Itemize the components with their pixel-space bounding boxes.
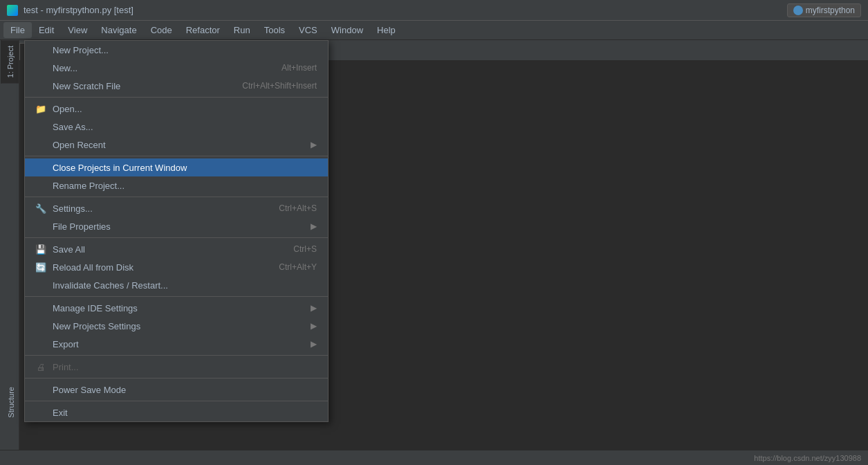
menu-run[interactable]: Run bbox=[227, 22, 257, 38]
menu-item-save-as-label: Save As... bbox=[53, 122, 93, 132]
divider-5 bbox=[25, 296, 328, 297]
menu-item-rename-project[interactable]: Rename Project... bbox=[25, 176, 328, 194]
manage-ide-arrow: ▶ bbox=[311, 303, 317, 313]
pycharm-icon bbox=[7, 5, 18, 16]
python-badge-text: myfirstpython bbox=[806, 6, 855, 15]
menu-item-new-shortcut: Alt+Insert bbox=[281, 63, 317, 73]
menu-bar: File Edit View Navigate Code Refactor Ru… bbox=[0, 21, 868, 40]
file-properties-arrow: ▶ bbox=[311, 221, 317, 231]
menu-item-new-label: New... bbox=[53, 63, 77, 73]
new-projects-settings-arrow: ▶ bbox=[311, 321, 317, 331]
menu-navigate[interactable]: Navigate bbox=[94, 22, 143, 38]
divider-6 bbox=[25, 355, 328, 356]
menu-item-invalidate-caches[interactable]: Invalidate Caches / Restart... bbox=[25, 276, 328, 294]
menu-item-new-project-label: New Project... bbox=[53, 45, 109, 55]
open-recent-arrow: ▶ bbox=[311, 140, 317, 149]
menu-code[interactable]: Code bbox=[144, 22, 179, 38]
sidebar-structure-tab[interactable]: Structure bbox=[0, 381, 19, 423]
divider-4 bbox=[25, 237, 328, 238]
menu-item-settings-label: Settings... bbox=[53, 203, 93, 214]
menu-refactor[interactable]: Refactor bbox=[179, 22, 227, 38]
menu-item-settings[interactable]: 🔧 Settings... Ctrl+Alt+S bbox=[25, 199, 328, 217]
menu-item-new-scratch[interactable]: New Scratch File Ctrl+Alt+Shift+Insert bbox=[25, 77, 328, 95]
title-bar-right: myfirstpython bbox=[787, 3, 861, 17]
python-badge: myfirstpython bbox=[787, 3, 861, 17]
print-icon: 🖨 bbox=[35, 362, 47, 372]
menu-item-new-scratch-shortcut: Ctrl+Alt+Shift+Insert bbox=[242, 81, 317, 91]
menu-item-open-recent[interactable]: Open Recent ▶ bbox=[25, 136, 328, 154]
menu-tools[interactable]: Tools bbox=[257, 22, 292, 38]
menu-item-save-as[interactable]: Save As... bbox=[25, 118, 328, 136]
title-bar-text: test - myfirstpython.py [test] bbox=[24, 5, 133, 15]
divider-2 bbox=[25, 156, 328, 156]
menu-item-exit[interactable]: Exit bbox=[25, 403, 328, 421]
menu-item-rename-project-label: Rename Project... bbox=[53, 181, 124, 191]
menu-item-power-save[interactable]: Power Save Mode bbox=[25, 381, 328, 399]
menu-file[interactable]: File bbox=[3, 22, 32, 38]
divider-8 bbox=[25, 401, 328, 401]
divider-3 bbox=[25, 197, 328, 197]
menu-item-close-projects[interactable]: Close Projects in Current Window bbox=[25, 158, 328, 176]
menu-item-reload-shortcut: Ctrl+Alt+Y bbox=[279, 262, 317, 272]
menu-item-file-properties[interactable]: File Properties ▶ bbox=[25, 217, 328, 235]
menu-item-close-projects-label: Close Projects in Current Window bbox=[53, 163, 187, 173]
menu-item-export[interactable]: Export ▶ bbox=[25, 335, 328, 353]
divider-7 bbox=[25, 378, 328, 379]
status-bar-url: https://blog.csdn.net/zyy130988 bbox=[754, 454, 861, 462]
menu-item-manage-ide-label: Manage IDE Settings bbox=[53, 303, 138, 313]
menu-item-file-properties-label: File Properties bbox=[53, 221, 111, 232]
menu-item-reload[interactable]: 🔄 Reload All from Disk Ctrl+Alt+Y bbox=[25, 258, 328, 276]
menu-item-print-label: Print... bbox=[53, 362, 79, 372]
menu-edit[interactable]: Edit bbox=[32, 22, 61, 38]
menu-item-new-projects-settings-label: New Projects Settings bbox=[53, 321, 140, 331]
menu-item-save-all[interactable]: 💾 Save All Ctrl+S bbox=[25, 240, 328, 258]
sidebar-project-tab[interactable]: 1: Project bbox=[1, 40, 19, 83]
left-sidebar: 1: Project Structure bbox=[0, 40, 19, 465]
menu-view[interactable]: View bbox=[61, 22, 94, 38]
title-bar: test - myfirstpython.py [test] myfirstpy… bbox=[0, 0, 868, 21]
menu-item-new[interactable]: New... Alt+Insert bbox=[25, 59, 328, 77]
menu-item-reload-label: Reload All from Disk bbox=[53, 262, 133, 273]
menu-item-power-save-label: Power Save Mode bbox=[53, 385, 126, 395]
status-bar: https://blog.csdn.net/zyy130988 bbox=[0, 450, 868, 465]
menu-item-exit-label: Exit bbox=[53, 408, 68, 418]
menu-item-settings-shortcut: Ctrl+Alt+S bbox=[279, 203, 317, 213]
menu-window[interactable]: Window bbox=[324, 22, 370, 38]
divider-1 bbox=[25, 97, 328, 98]
reload-icon: 🔄 bbox=[35, 262, 47, 273]
menu-item-export-label: Export bbox=[53, 339, 79, 349]
menu-vcs[interactable]: VCS bbox=[292, 22, 324, 38]
menu-item-new-project[interactable]: New Project... bbox=[25, 41, 328, 59]
menu-item-save-all-shortcut: Ctrl+S bbox=[293, 244, 317, 254]
folder-icon: 📁 bbox=[35, 104, 47, 114]
python-icon bbox=[793, 6, 803, 15]
export-arrow: ▶ bbox=[311, 339, 317, 349]
menu-item-manage-ide[interactable]: Manage IDE Settings ▶ bbox=[25, 299, 328, 317]
file-dropdown-menu: New Project... New... Alt+Insert New Scr… bbox=[24, 40, 329, 422]
menu-item-open-recent-label: Open Recent bbox=[53, 140, 106, 150]
wrench-icon: 🔧 bbox=[35, 203, 47, 214]
save-icon: 💾 bbox=[35, 244, 47, 255]
menu-item-open-label: Open... bbox=[53, 104, 82, 114]
menu-item-new-projects-settings[interactable]: New Projects Settings ▶ bbox=[25, 317, 328, 335]
menu-item-save-all-label: Save All bbox=[53, 244, 85, 255]
menu-help[interactable]: Help bbox=[370, 22, 403, 38]
menu-item-new-scratch-label: New Scratch File bbox=[53, 81, 120, 91]
menu-item-open[interactable]: 📁 Open... bbox=[25, 100, 328, 118]
menu-item-invalidate-caches-label: Invalidate Caches / Restart... bbox=[53, 280, 168, 291]
menu-item-print[interactable]: 🖨 Print... bbox=[25, 358, 328, 376]
